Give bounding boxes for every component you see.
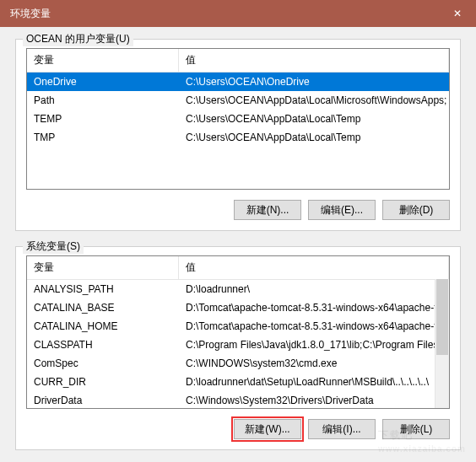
var-name: CURR_DIR bbox=[27, 374, 179, 389]
table-row[interactable]: OneDriveC:\Users\OCEAN\OneDrive bbox=[27, 73, 449, 91]
user-delete-button[interactable]: 删除(D) bbox=[382, 200, 450, 220]
user-group-label: OCEAN 的用户变量(U) bbox=[23, 32, 133, 46]
var-value: C:\WINDOWS\system32\cmd.exe bbox=[179, 356, 449, 371]
user-buttons-row: 新建(N)... 编辑(E)... 删除(D) bbox=[26, 200, 450, 220]
user-list-header: 变量 值 bbox=[27, 49, 449, 73]
var-name: CATALINA_HOME bbox=[27, 319, 179, 334]
user-variables-group: OCEAN 的用户变量(U) 变量 值 OneDriveC:\Users\OCE… bbox=[15, 39, 461, 231]
system-list-header: 变量 值 bbox=[27, 256, 449, 280]
var-value: C:\Users\OCEAN\AppData\Local\Temp bbox=[179, 111, 449, 126]
var-value: C:\Users\OCEAN\OneDrive bbox=[179, 74, 449, 89]
var-name: TEMP bbox=[27, 111, 179, 126]
var-value: D:\Tomcat\apache-tomcat-8.5.31-windows-x… bbox=[179, 300, 449, 315]
close-button[interactable]: ✕ bbox=[439, 0, 476, 27]
table-row[interactable]: PathC:\Users\OCEAN\AppData\Local\Microso… bbox=[27, 91, 449, 110]
var-name: OneDrive bbox=[27, 74, 179, 89]
dialog-body: OCEAN 的用户变量(U) 变量 值 OneDriveC:\Users\OCE… bbox=[0, 27, 476, 450]
system-delete-button[interactable]: 删除(L) bbox=[382, 419, 450, 439]
table-row[interactable]: DriverDataC:\Windows\System32\Drivers\Dr… bbox=[27, 391, 449, 409]
window-title: 环境变量 bbox=[10, 7, 439, 21]
var-name: CLASSPATH bbox=[27, 337, 179, 352]
col-header-name[interactable]: 变量 bbox=[27, 256, 179, 279]
user-variables-list[interactable]: 变量 值 OneDriveC:\Users\OCEAN\OneDrivePath… bbox=[26, 48, 450, 190]
var-name: DriverData bbox=[27, 393, 179, 408]
col-header-name[interactable]: 变量 bbox=[27, 49, 179, 72]
table-row[interactable]: TEMPC:\Users\OCEAN\AppData\Local\Temp bbox=[27, 110, 449, 128]
system-variables-list[interactable]: 变量 值 ANALYSIS_PATHD:\loadrunner\CATALINA… bbox=[26, 255, 450, 409]
system-edit-button[interactable]: 编辑(I)... bbox=[308, 419, 376, 439]
scrollbar[interactable] bbox=[435, 279, 449, 408]
table-row[interactable]: CURR_DIRD:\loadrunner\dat\Setup\LoadRunn… bbox=[27, 373, 449, 391]
table-row[interactable]: TMPC:\Users\OCEAN\AppData\Local\Temp bbox=[27, 128, 449, 147]
var-value: C:\Windows\System32\Drivers\DriverData bbox=[179, 393, 449, 408]
close-icon: ✕ bbox=[453, 8, 462, 19]
table-row[interactable]: ANALYSIS_PATHD:\loadrunner\ bbox=[27, 280, 449, 298]
var-value: D:\loadrunner\ bbox=[179, 282, 449, 297]
table-row[interactable]: ComSpecC:\WINDOWS\system32\cmd.exe bbox=[27, 354, 449, 373]
table-row[interactable]: CATALINA_HOMED:\Tomcat\apache-tomcat-8.5… bbox=[27, 317, 449, 336]
user-new-button[interactable]: 新建(N)... bbox=[234, 200, 301, 220]
titlebar: 环境变量 ✕ bbox=[0, 0, 476, 27]
var-name: ANALYSIS_PATH bbox=[27, 282, 179, 297]
table-row[interactable]: CATALINA_BASED:\Tomcat\apache-tomcat-8.5… bbox=[27, 298, 449, 317]
col-header-value[interactable]: 值 bbox=[179, 49, 449, 72]
system-new-button[interactable]: 新建(W)... bbox=[234, 419, 301, 439]
var-name: ComSpec bbox=[27, 356, 179, 371]
col-header-value[interactable]: 值 bbox=[179, 256, 449, 279]
system-group-label: 系统变量(S) bbox=[23, 239, 84, 254]
var-name: CATALINA_BASE bbox=[27, 300, 179, 315]
var-value: D:\Tomcat\apache-tomcat-8.5.31-windows-x… bbox=[179, 319, 449, 334]
var-value: C:\Users\OCEAN\AppData\Local\Microsoft\W… bbox=[179, 93, 449, 108]
var-name: Path bbox=[27, 93, 179, 108]
var-value: C:\Users\OCEAN\AppData\Local\Temp bbox=[179, 130, 449, 145]
table-row[interactable]: CLASSPATHC:\Program Files\Java\jdk1.8.0_… bbox=[27, 336, 449, 354]
var-value: D:\loadrunner\dat\Setup\LoadRunner\MSBui… bbox=[179, 374, 449, 389]
scrollbar-thumb[interactable] bbox=[436, 279, 448, 355]
system-variables-group: 系统变量(S) 变量 值 ANALYSIS_PATHD:\loadrunner\… bbox=[15, 246, 461, 450]
var-name: TMP bbox=[27, 130, 179, 145]
user-edit-button[interactable]: 编辑(E)... bbox=[308, 200, 376, 220]
var-value: C:\Program Files\Java\jdk1.8.0_171\lib;C… bbox=[179, 337, 449, 352]
system-buttons-row: 新建(W)... 编辑(I)... 删除(L) bbox=[26, 419, 450, 439]
